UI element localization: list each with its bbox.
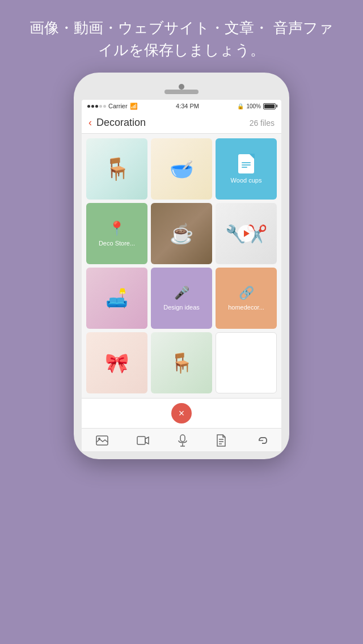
wifi-icon: 📶: [130, 103, 138, 110]
play-triangle-icon: [244, 230, 250, 237]
doc-line-1: [242, 162, 251, 163]
link-icon: 🔗: [239, 286, 254, 300]
lounger-emoji: 🪑: [170, 351, 193, 374]
pin-icon: 📍: [108, 221, 125, 236]
status-time: 4:34 PM: [176, 103, 199, 109]
grid-item-11[interactable]: 🪑: [151, 332, 212, 393]
doc-line-2: [242, 164, 251, 166]
video-toolbar-icon: [137, 435, 149, 446]
roundboxes-emoji: 🎀: [105, 351, 129, 374]
svg-rect-2: [137, 437, 145, 444]
bottom-toolbar: [82, 428, 281, 451]
phone-camera: [179, 84, 184, 90]
signal-dot-5: [103, 105, 106, 108]
bowls-emoji: 🥣: [170, 158, 193, 180]
doc-lines: [242, 162, 251, 168]
toolbar-doc[interactable]: [212, 434, 231, 447]
phone-screen: Carrier 📶 4:34 PM 🔒 100% ‹ Decoration 26…: [82, 100, 281, 451]
document-icon: [238, 154, 254, 173]
nav-bar: ‹ Decoration 26 files: [82, 112, 281, 134]
mic-toolbar-icon: [178, 434, 188, 447]
battery-icon: [263, 103, 276, 109]
header-text: 画像・動画・ウェブサイト・文章・ 音声ファイルを保存しましょう。: [0, 0, 363, 73]
homedecor-label: homedecor...: [228, 304, 264, 311]
signal-dots: [87, 105, 106, 108]
close-button[interactable]: ×: [171, 403, 192, 423]
battery-percent: 100%: [246, 103, 261, 109]
grid-item-homedecor[interactable]: 🔗 homedecor...: [216, 268, 277, 329]
lock-icon: 🔒: [237, 103, 244, 109]
mic-icon: 🎤: [174, 286, 189, 300]
nav-files-count: 26 files: [250, 118, 275, 128]
grid-item-6[interactable]: 🔧✂️: [216, 203, 277, 264]
design-ideas-label: Design ideas: [163, 304, 200, 311]
nav-title: Decoration: [96, 117, 250, 129]
grid-item-1[interactable]: 🪑: [86, 138, 147, 200]
close-bar: ×: [82, 398, 281, 428]
doc-toolbar-icon: [216, 434, 226, 447]
toolbar-link[interactable]: [250, 437, 272, 444]
grid-item-5[interactable]: ☕: [151, 203, 212, 264]
phone-speaker: [164, 90, 199, 94]
grid-item-deco-store[interactable]: 📍 Deco Store...: [86, 203, 147, 264]
grid-item-7[interactable]: 🛋️: [86, 268, 147, 329]
signal-dot-1: [87, 105, 90, 108]
grid-item-design-ideas[interactable]: 🎤 Design ideas: [151, 268, 212, 329]
toolbar-video[interactable]: [132, 435, 154, 446]
top-text-area: 画像・動画・ウェブサイト・文章・ 音声ファイルを保存しましょう。: [0, 0, 363, 73]
deco-store-label: Deco Store...: [99, 240, 135, 247]
carrier-label: Carrier: [108, 103, 128, 109]
status-left: Carrier 📶: [87, 103, 138, 110]
status-right: 🔒 100%: [237, 103, 276, 109]
chair-emoji: 🪑: [104, 156, 130, 181]
signal-dot-4: [99, 105, 102, 108]
toolbar-image[interactable]: [91, 435, 113, 446]
toolbar-mic[interactable]: [173, 434, 192, 447]
grid-item-wood-cups[interactable]: Wood cups: [216, 138, 277, 200]
status-bar: Carrier 📶 4:34 PM 🔒 100%: [82, 100, 281, 112]
phone-top-area: [82, 80, 281, 98]
play-button[interactable]: [238, 225, 255, 242]
phone-frame: Carrier 📶 4:34 PM 🔒 100% ‹ Decoration 26…: [74, 73, 289, 459]
battery-fill: [264, 104, 275, 108]
sofa-emoji: 🛋️: [105, 287, 128, 309]
signal-dot-2: [91, 105, 94, 108]
item-grid: 🪑 🥣 Wood cups 📍 Deco: [82, 134, 281, 398]
tray-emoji: ☕: [170, 222, 193, 245]
image-toolbar-icon: [96, 435, 108, 446]
svg-rect-3: [180, 435, 185, 442]
grid-item-empty: [216, 332, 277, 393]
doc-line-3: [242, 167, 247, 168]
link-toolbar-icon: [255, 437, 267, 444]
signal-dot-3: [95, 105, 98, 108]
back-button[interactable]: ‹: [88, 117, 92, 129]
grid-item-10[interactable]: 🎀: [86, 332, 147, 393]
wood-cups-label: Wood cups: [231, 177, 262, 184]
grid-item-2[interactable]: 🥣: [151, 138, 212, 200]
